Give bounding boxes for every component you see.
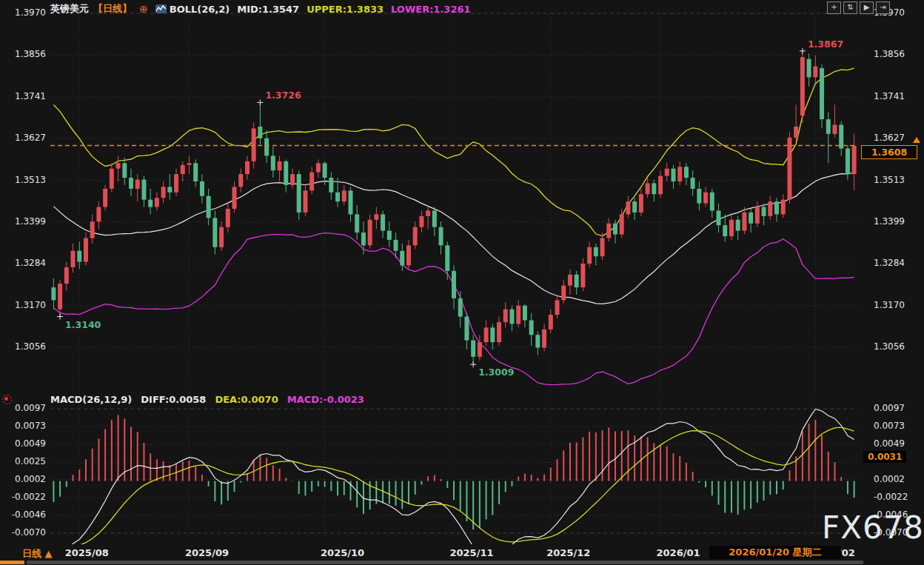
macd-axis-label: -0.0022 bbox=[874, 492, 908, 502]
macd-header: MACD(26,12,9) DIFF:0.0058 DEA:0.0070 MAC… bbox=[50, 394, 364, 405]
current-price-tag: 1.3608 bbox=[861, 145, 917, 159]
price-axis-label: 1.3399 bbox=[0, 216, 46, 227]
main-chart[interactable]: 1.31401.37261.30091.3867 bbox=[50, 0, 857, 396]
add-indicator-icon[interactable]: ⊕ bbox=[139, 3, 148, 15]
fit-vertical-icon[interactable]: ⇅ bbox=[843, 1, 857, 14]
scrollbar-left-cap[interactable] bbox=[0, 561, 24, 564]
macd-axis-label: 0.0025 bbox=[0, 456, 46, 467]
macd-axis-label: 0.0002 bbox=[0, 474, 46, 484]
go-to-latest-icon[interactable]: ⇥ bbox=[876, 1, 890, 14]
price-axis-label: 1.3741 bbox=[874, 91, 905, 101]
macd-axis-label: -0.0046 bbox=[0, 509, 46, 520]
macd-axis-label: 0.0049 bbox=[0, 438, 46, 449]
indicator-chart-icon bbox=[155, 4, 167, 13]
price-axis-label: 1.3056 bbox=[874, 341, 905, 352]
move-tool-icon[interactable]: + bbox=[827, 1, 841, 14]
price-axis-label: 1.3970 bbox=[0, 7, 46, 18]
macd-panel[interactable] bbox=[50, 396, 857, 544]
svg-text:1.3867: 1.3867 bbox=[808, 39, 843, 50]
svg-text:1.3140: 1.3140 bbox=[65, 319, 101, 330]
boll-upper-value: UPPER:1.3833 bbox=[307, 4, 384, 15]
macd-axis-label: 0.0002 bbox=[874, 474, 905, 484]
svg-text:1.3726: 1.3726 bbox=[265, 90, 301, 101]
time-axis-label: 2025/11 bbox=[449, 547, 493, 558]
chart-toolbar: + ⇅ ▶ ⇥ bbox=[827, 1, 890, 14]
macd-axis-label: 0.0073 bbox=[874, 421, 905, 431]
scrollbar[interactable] bbox=[27, 561, 863, 564]
chart-header: 英镑美元 【日线】 ⊕ BOLL(26,2) MID:1.3547 UPPER:… bbox=[50, 2, 471, 16]
play-forward-icon[interactable]: ▶ bbox=[860, 1, 874, 14]
macd-axis-label: -0.0022 bbox=[0, 492, 46, 502]
period-tag: 【日线】 bbox=[93, 2, 132, 16]
macd-value: MACD:-0.0023 bbox=[287, 394, 364, 405]
price-up-arrow-icon bbox=[913, 137, 920, 143]
macd-axis-label: 0.0097 bbox=[0, 403, 46, 413]
price-axis-label: 1.3627 bbox=[874, 133, 905, 143]
time-axis-label: 2025/08 bbox=[65, 547, 109, 558]
boll-mid-value: MID:1.3547 bbox=[237, 4, 299, 15]
price-axis-label: 1.3399 bbox=[874, 216, 905, 227]
price-axis-label: 1.3856 bbox=[874, 49, 905, 59]
time-axis-label: 2026/01 bbox=[657, 547, 700, 558]
trading-chart-screen: 1.31401.37261.30091.3867 英镑美元 【日线】 ⊕ BOL… bbox=[0, 0, 924, 565]
symbol-name: 英镑美元 bbox=[50, 2, 89, 16]
macd-dea-value: DEA:0.0070 bbox=[215, 394, 278, 405]
price-axis-label: 1.3284 bbox=[0, 258, 46, 268]
price-axis-label: 1.3056 bbox=[0, 341, 46, 352]
macd-axis-label: 0.0049 bbox=[874, 438, 905, 449]
price-axis-label: 1.3856 bbox=[0, 49, 46, 59]
boll-label: BOLL(26,2) bbox=[170, 4, 230, 15]
time-axis-label: 2025/10 bbox=[321, 547, 364, 558]
macd-diff-value: DIFF:0.0058 bbox=[141, 394, 206, 405]
current-date-tag: 2026/01/20 星期二 bbox=[709, 546, 841, 559]
svg-text:1.3009: 1.3009 bbox=[478, 367, 514, 378]
macd-axis-label: 0.0073 bbox=[0, 421, 46, 431]
price-axis-label: 1.3284 bbox=[874, 258, 905, 268]
price-axis-label: 1.3627 bbox=[0, 133, 46, 143]
period-tab[interactable]: 日线 ▲ bbox=[22, 547, 53, 561]
price-axis-label: 1.3741 bbox=[0, 91, 46, 101]
price-axis-label: 1.3170 bbox=[0, 300, 46, 310]
time-axis-label: 2025/09 bbox=[185, 547, 229, 558]
boll-lower-value: LOWER:1.3261 bbox=[391, 4, 470, 15]
live-indicator-icon bbox=[2, 395, 12, 404]
macd-axis-label: 0.0097 bbox=[874, 403, 905, 413]
price-axis-label: 1.3170 bbox=[874, 300, 905, 310]
price-axis-label: 1.3513 bbox=[0, 175, 46, 185]
macd-title: MACD(26,12,9) bbox=[50, 394, 132, 405]
watermark: FX678 bbox=[822, 509, 924, 546]
time-axis-label: 2025/12 bbox=[546, 547, 590, 558]
price-axis-label: 1.3513 bbox=[874, 175, 905, 185]
current-macd-tag: 0.0031 bbox=[863, 451, 906, 463]
macd-axis-label: -0.0070 bbox=[0, 527, 46, 538]
